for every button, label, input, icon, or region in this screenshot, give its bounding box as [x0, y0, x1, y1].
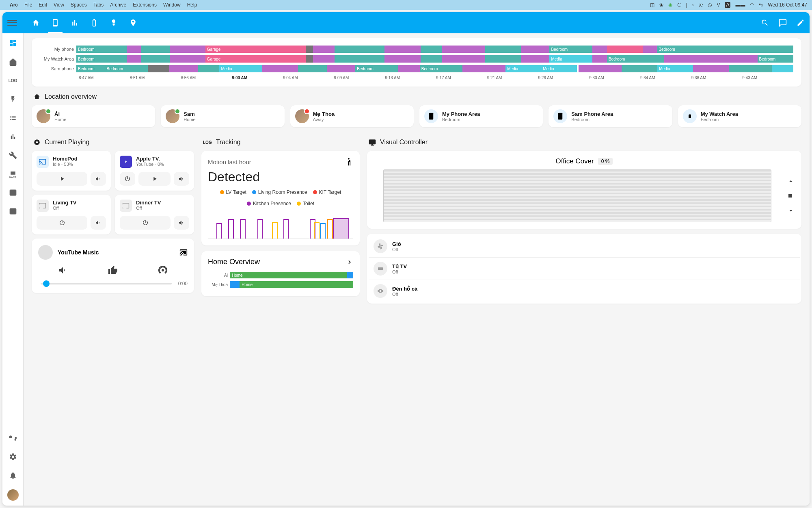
tray-icon[interactable]: › [692, 2, 694, 8]
sidebar-home-icon[interactable] [8, 57, 18, 67]
media-card[interactable]: Dinner TVOff [115, 195, 194, 234]
volume-button[interactable] [174, 216, 189, 230]
tab-battery-icon[interactable] [90, 19, 98, 27]
power-button[interactable] [120, 172, 135, 186]
entity-list: GióOff Tủ TVOff Đèn hồ cáOff [367, 234, 801, 304]
tray-icon[interactable]: A [725, 2, 730, 8]
playback-time: 0:00 [178, 281, 188, 287]
blind-visual[interactable] [383, 169, 771, 222]
entity-row[interactable]: Tủ TVOff [369, 258, 800, 280]
location-card[interactable]: Mẹ ThoaAway [290, 105, 414, 127]
timeline-seg [462, 65, 505, 72]
entity-row[interactable]: GióOff [369, 235, 800, 258]
sidebar-notifications-icon[interactable] [8, 471, 18, 480]
control-center-icon[interactable]: ⇆ [759, 2, 763, 8]
user-avatar[interactable] [7, 489, 19, 501]
tab-automation-icon[interactable] [110, 19, 118, 27]
tray-icon[interactable]: ◷ [708, 2, 712, 8]
menu-window[interactable]: Window [163, 2, 181, 8]
sidebar-devtools-icon[interactable] [8, 433, 18, 443]
cover-down-button[interactable] [787, 206, 795, 215]
sidebar-settings-icon[interactable] [8, 452, 18, 462]
menu-spaces[interactable]: Spaces [71, 2, 87, 8]
sidebar-history-icon[interactable] [8, 132, 18, 141]
volume-icon[interactable] [58, 265, 68, 275]
menu-archive[interactable]: Archive [110, 2, 126, 8]
tab-devices-icon[interactable] [51, 19, 59, 27]
volume-button[interactable] [174, 172, 189, 186]
broadcast-icon[interactable] [158, 265, 168, 275]
media-card[interactable]: HomePodIdle - 53% [32, 151, 111, 191]
person-avatar [295, 109, 309, 123]
volume-button[interactable] [91, 172, 106, 186]
hamburger-icon[interactable] [7, 18, 17, 28]
progress-slider[interactable] [41, 283, 172, 284]
power-button[interactable] [37, 216, 87, 230]
battery-icon[interactable]: ▬▬ [735, 2, 745, 8]
timeline-seg: Bedroom [657, 46, 793, 53]
cover-card[interactable]: Office Cover 0 % [367, 151, 801, 229]
disc-icon [33, 139, 41, 146]
location-card[interactable]: My Phone AreaBedroom [419, 105, 543, 127]
tray-icon[interactable]: ❀ [659, 2, 663, 8]
tracking-card[interactable]: Motion last hour Detected LV Target Livi… [201, 151, 360, 245]
tray-icon[interactable]: ⬡ [677, 2, 681, 8]
thumb-up-icon[interactable] [108, 265, 118, 275]
tray-icon[interactable]: æ [699, 2, 703, 8]
sidebar-terminal-icon[interactable] [8, 206, 18, 216]
youtube-music-card[interactable]: YouTube Music 0:00 [32, 239, 194, 293]
cover-stop-button[interactable] [787, 193, 793, 199]
edit-icon[interactable] [797, 19, 805, 27]
timeline-bar[interactable]: Bedroom Bedroom Media Bedroom Bedroom [76, 65, 793, 72]
play-button[interactable] [138, 172, 171, 186]
timeline-seg [607, 46, 643, 53]
timeline-bar[interactable]: Bedroom Garage Media [76, 55, 793, 63]
location-card[interactable]: Sam Phone AreaBedroom [549, 105, 672, 127]
timeline-seg [592, 55, 607, 63]
sidebar-list-icon[interactable] [8, 113, 18, 123]
app-name[interactable]: Arc [10, 2, 18, 8]
away-badge-icon [304, 109, 310, 114]
tab-home-icon[interactable] [32, 19, 40, 27]
timeline-bar[interactable]: Bedroom Garage Bedroom [76, 46, 793, 53]
menu-extensions[interactable]: Extensions [133, 2, 157, 8]
location-card[interactable]: SamHome [161, 105, 284, 127]
wifi-icon[interactable]: ◠ [750, 2, 754, 8]
menu-edit[interactable]: Edit [39, 2, 47, 8]
tray-icon[interactable]: V [717, 2, 720, 8]
sidebar-media-icon[interactable] [8, 188, 18, 198]
chevron-right-icon[interactable] [346, 258, 353, 266]
media-card[interactable]: Living TVOff [32, 195, 111, 234]
cover-percent: 0 % [598, 158, 613, 165]
menu-view[interactable]: View [54, 2, 64, 8]
tab-map-icon[interactable] [129, 19, 137, 27]
sidebar-wrench-icon[interactable] [8, 150, 18, 160]
sidebar-log-icon[interactable]: LOG [8, 76, 18, 85]
tab-stats-icon[interactable] [71, 19, 79, 27]
volume-button[interactable] [91, 216, 106, 230]
play-button[interactable] [37, 172, 87, 186]
menu-file[interactable]: File [24, 2, 32, 8]
tray-icon[interactable]: | [686, 2, 687, 8]
search-icon[interactable] [761, 19, 769, 27]
sidebar-dashboard-icon[interactable] [8, 38, 18, 48]
cast-connected-icon[interactable] [179, 248, 188, 256]
menu-tabs[interactable]: Tabs [93, 2, 104, 8]
location-card[interactable]: My Watch AreaBedroom [678, 105, 801, 127]
svg-point-6 [348, 158, 350, 160]
menu-help[interactable]: Help [187, 2, 197, 8]
sidebar-energy-icon[interactable] [8, 94, 18, 104]
sidebar-hacs-icon[interactable]: HACS [8, 169, 18, 179]
tray-icon[interactable]: ◉ [668, 2, 672, 8]
device-avatar [424, 109, 438, 123]
location-card[interactable]: ÁiHome [32, 105, 155, 127]
power-button[interactable] [120, 216, 171, 230]
media-card[interactable]: Apple TV.YouTube - 0% [115, 151, 194, 191]
chat-icon[interactable] [779, 19, 787, 27]
home-overview-card[interactable]: Home Overview Ái Home Mẹ Thoa Home [201, 251, 360, 296]
cover-up-button[interactable] [787, 177, 795, 185]
entity-row[interactable]: Đèn hồ cáOff [369, 280, 800, 302]
timeline-seg: Bedroom [76, 65, 105, 72]
clock[interactable]: Wed 16 Oct 09:47 [768, 2, 807, 8]
tray-icon[interactable]: ◫ [650, 2, 654, 8]
